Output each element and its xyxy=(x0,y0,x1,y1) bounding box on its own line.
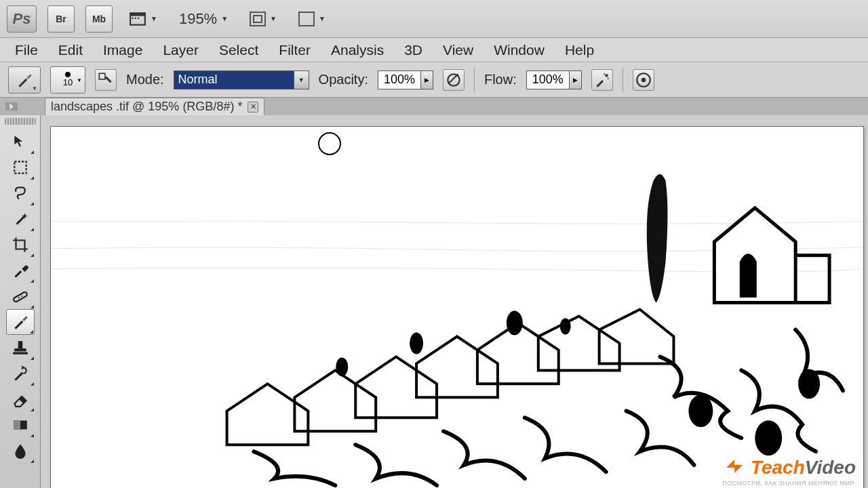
svg-point-11 xyxy=(642,77,646,82)
svg-rect-13 xyxy=(12,291,27,302)
eraser-icon xyxy=(12,390,29,408)
app-logo[interactable]: Ps xyxy=(7,5,37,33)
wand-icon xyxy=(12,210,29,228)
marquee-icon xyxy=(12,159,29,176)
brush-tool[interactable] xyxy=(6,309,35,335)
bandage-icon xyxy=(12,287,29,305)
expand-docs-button[interactable] xyxy=(5,102,18,110)
bridge-button[interactable]: Br xyxy=(47,5,75,33)
canvas-artwork xyxy=(51,127,863,488)
menu-select[interactable]: Select xyxy=(210,38,268,62)
filmstrip-icon xyxy=(129,10,146,28)
menu-view[interactable]: View xyxy=(433,38,483,62)
flow-input[interactable]: 100% xyxy=(526,70,570,89)
arrange-icon xyxy=(298,12,315,26)
blend-mode-select[interactable]: Normal ▼ xyxy=(174,70,309,89)
marquee-tool[interactable] xyxy=(6,155,35,180)
document-canvas[interactable] xyxy=(50,126,864,488)
move-icon xyxy=(12,133,29,150)
eraser-tool[interactable] xyxy=(6,386,35,412)
svg-rect-2 xyxy=(132,17,133,18)
brush-preset-picker[interactable]: 10 ▼ xyxy=(50,66,85,94)
eyedropper-tool[interactable] xyxy=(6,258,35,283)
airbrush-toggle[interactable] xyxy=(591,69,613,91)
flow-label: Flow: xyxy=(484,72,517,87)
separator xyxy=(623,68,623,92)
svg-point-25 xyxy=(688,394,713,427)
crop-tool[interactable] xyxy=(6,232,35,258)
document-layout-dropdown[interactable]: ▼ xyxy=(123,5,163,33)
options-bar: ▼ 10 ▼ Mode: Normal ▼ Opacity: 100% ▶ Fl… xyxy=(0,62,868,98)
mini-bridge-button[interactable]: Mb xyxy=(85,5,113,33)
blur-tool[interactable] xyxy=(6,438,35,464)
clone-stamp-tool[interactable] xyxy=(6,335,35,361)
watermark-text: TeachVideo xyxy=(751,457,856,479)
svg-rect-16 xyxy=(18,341,22,348)
svg-point-6 xyxy=(448,74,459,85)
application-bar: Ps Br Mb ▼ 195% ▼ ▼ ▼ xyxy=(0,0,868,38)
svg-point-23 xyxy=(560,319,571,335)
menu-window[interactable]: Window xyxy=(484,38,554,62)
chevron-down-icon: ▼ xyxy=(270,15,277,22)
magic-wand-tool[interactable] xyxy=(6,206,35,232)
panel-grip[interactable] xyxy=(5,118,36,125)
separator xyxy=(474,68,475,92)
menu-analysis[interactable]: Analysis xyxy=(321,38,393,62)
flow-flyout[interactable]: ▶ xyxy=(570,70,582,89)
svg-point-26 xyxy=(755,420,782,455)
svg-point-15 xyxy=(21,296,22,297)
chevron-down-icon: ▼ xyxy=(151,15,157,22)
brush-size-value: 10 xyxy=(63,77,73,87)
move-tool[interactable] xyxy=(6,129,35,155)
opacity-input[interactable]: 100% xyxy=(378,70,421,89)
watermark-logo-icon xyxy=(722,455,747,480)
pressure-size-icon xyxy=(635,71,652,89)
tablet-pressure-opacity[interactable] xyxy=(443,69,465,91)
tablet-pressure-size[interactable] xyxy=(633,69,654,91)
airbrush-icon xyxy=(593,71,611,89)
menu-edit[interactable]: Edit xyxy=(49,38,92,62)
lasso-tool[interactable] xyxy=(6,180,35,206)
menu-file[interactable]: File xyxy=(5,38,47,62)
current-tool-preset[interactable]: ▼ xyxy=(8,66,41,94)
chevron-down-icon: ▼ xyxy=(221,15,228,22)
menu-layer[interactable]: Layer xyxy=(153,38,208,62)
arrange-documents-dropdown[interactable]: ▼ xyxy=(293,5,331,33)
history-brush-tool[interactable] xyxy=(6,361,35,386)
chevron-down-icon: ▼ xyxy=(32,85,37,92)
zoom-value: 195% xyxy=(179,10,217,28)
healing-brush-tool[interactable] xyxy=(6,283,35,309)
svg-point-8 xyxy=(607,77,608,79)
svg-point-7 xyxy=(605,74,608,77)
tools-panel xyxy=(0,115,41,488)
menu-filter[interactable]: Filter xyxy=(269,38,320,62)
document-tab[interactable]: landscapes .tif @ 195% (RGB/8#) * ✕ xyxy=(45,98,264,115)
screen-mode-icon xyxy=(250,12,266,26)
gradient-icon xyxy=(12,416,29,434)
svg-rect-3 xyxy=(135,17,136,18)
menu-help[interactable]: Help xyxy=(555,38,604,62)
watermark: TeachVideo xyxy=(722,455,856,480)
chevron-down-icon: ▼ xyxy=(77,77,82,83)
svg-rect-1 xyxy=(130,13,145,16)
brush-tip-icon xyxy=(65,72,71,77)
menu-image[interactable]: Image xyxy=(94,38,152,62)
eyedropper-icon xyxy=(12,262,29,279)
svg-point-9 xyxy=(604,73,605,75)
svg-rect-4 xyxy=(138,17,139,18)
screen-mode-dropdown[interactable]: ▼ xyxy=(244,5,282,33)
pressure-opacity-icon xyxy=(445,71,462,89)
brush-panel-toggle[interactable] xyxy=(95,69,117,91)
brush-icon xyxy=(12,313,29,331)
blend-mode-value: Normal xyxy=(178,73,218,87)
zoom-level-dropdown[interactable]: 195% ▼ xyxy=(174,5,233,33)
crop-icon xyxy=(12,236,29,253)
drop-icon xyxy=(12,442,29,460)
close-tab-button[interactable]: ✕ xyxy=(248,102,258,113)
mode-label: Mode: xyxy=(126,72,164,87)
svg-point-24 xyxy=(336,357,348,376)
brushes-panel-icon xyxy=(97,71,115,89)
menu-3d[interactable]: 3D xyxy=(395,38,432,62)
gradient-tool[interactable] xyxy=(6,412,35,438)
opacity-flyout[interactable]: ▶ xyxy=(421,70,433,89)
